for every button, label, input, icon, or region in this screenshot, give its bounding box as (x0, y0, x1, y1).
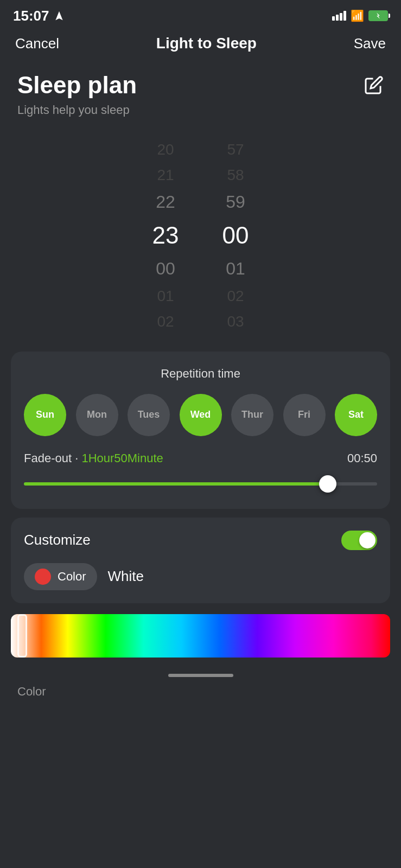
color-name: White (108, 568, 144, 585)
color-circle (35, 569, 51, 585)
color-row: Color White (24, 563, 377, 590)
day-button-tues[interactable]: Tues (128, 394, 170, 436)
cancel-button[interactable]: Cancel (15, 35, 59, 52)
hour-item: 21 (157, 164, 174, 186)
day-button-sat[interactable]: Sat (335, 394, 377, 436)
sleep-plan-header: Sleep plan (17, 72, 384, 99)
color-gradient-section[interactable] (11, 614, 390, 666)
gradient-selector[interactable] (17, 614, 27, 658)
minute-item: 59 (226, 190, 245, 214)
status-time: 15:07 (13, 8, 65, 24)
time-picker[interactable]: 20 21 22 23 00 01 02 57 58 59 00 01 02 0… (0, 128, 401, 343)
fadeout-text: Fade-out · (24, 451, 81, 465)
customize-section: Customize Color White (11, 518, 390, 603)
sleep-plan-section: Sleep plan Lights help you sleep (0, 61, 401, 123)
hour-item: 01 (157, 285, 174, 307)
sleep-plan-subtitle: Lights help you sleep (17, 103, 384, 117)
hour-item: 20 (157, 139, 174, 160)
minute-selected[interactable]: 00 (222, 219, 249, 252)
slider-container[interactable] (24, 474, 377, 494)
slider-thumb[interactable] (319, 475, 336, 493)
hour-item: 00 (156, 257, 175, 281)
wifi-icon: 📶 (351, 9, 364, 22)
fadeout-time: 00:50 (347, 451, 377, 465)
color-gradient-bar[interactable] (11, 614, 390, 658)
hour-item: 02 (157, 311, 174, 332)
day-button-thur[interactable]: Thur (231, 394, 273, 436)
fadeout-row: Fade-out · 1Hour50Minute 00:50 (24, 451, 377, 465)
fadeout-value: 1Hour50Minute (81, 451, 163, 465)
customize-label: Customize (24, 532, 91, 548)
bottom-label: Color (0, 680, 401, 699)
slider-track (24, 482, 377, 486)
hour-item: 22 (156, 190, 175, 214)
page-title: Light to Sleep (156, 35, 257, 52)
customize-toggle[interactable] (341, 531, 377, 550)
day-button-sun[interactable]: Sun (24, 394, 66, 436)
status-bar: 15:07 📶 (0, 0, 401, 29)
hours-column[interactable]: 20 21 22 23 00 01 02 (152, 139, 179, 332)
scroll-indicator (168, 674, 233, 677)
minute-item: 01 (226, 257, 245, 281)
fadeout-label: Fade-out · 1Hour50Minute (24, 451, 163, 465)
days-row: Sun Mon Tues Wed Thur Fri Sat (24, 394, 377, 436)
repetition-card: Repetition time Sun Mon Tues Wed Thur Fr… (11, 352, 390, 509)
sleep-plan-title: Sleep plan (17, 72, 137, 99)
edit-icon[interactable] (364, 75, 384, 95)
color-button-label: Color (58, 570, 86, 584)
minute-item: 57 (227, 139, 244, 160)
nav-bar: Cancel Light to Sleep Save (0, 29, 401, 61)
hour-selected[interactable]: 23 (152, 219, 179, 252)
minute-item: 03 (227, 311, 244, 332)
toggle-thumb (359, 532, 375, 548)
repetition-label: Repetition time (24, 367, 377, 381)
battery-icon (368, 10, 388, 21)
clock-display: 15:07 (13, 8, 49, 24)
status-icons: 📶 (332, 9, 388, 22)
color-button[interactable]: Color (24, 563, 97, 590)
minute-item: 58 (227, 164, 244, 186)
navigation-icon (54, 10, 65, 21)
day-button-mon[interactable]: Mon (76, 394, 118, 436)
minute-item: 02 (227, 285, 244, 307)
signal-icon (332, 11, 346, 21)
save-button[interactable]: Save (354, 35, 386, 52)
day-button-wed[interactable]: Wed (180, 394, 222, 436)
day-button-fri[interactable]: Fri (283, 394, 326, 436)
minutes-column[interactable]: 57 58 59 00 01 02 03 (222, 139, 249, 332)
customize-row: Customize (24, 531, 377, 550)
